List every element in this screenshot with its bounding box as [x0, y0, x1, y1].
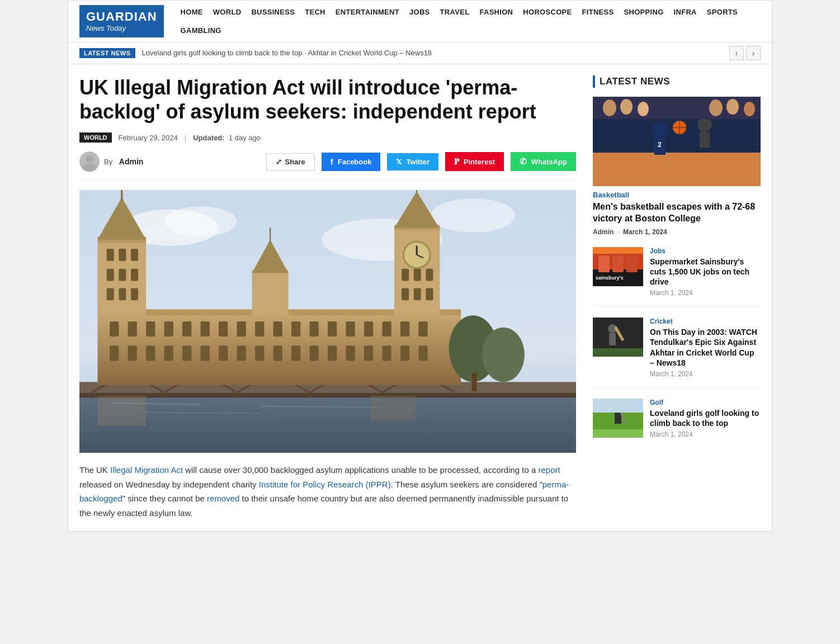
svg-rect-49 [400, 346, 409, 361]
latest-news-bar [593, 75, 595, 88]
svg-rect-114 [609, 333, 616, 345]
svg-rect-45 [328, 346, 337, 361]
ticker-label: LATEST NEWS [79, 48, 135, 58]
golf-category: Golf [650, 399, 761, 406]
svg-text:sainsbury's: sainsbury's [596, 275, 624, 281]
article-body: The UK Illegal Migration Act will cause … [79, 463, 576, 520]
svg-rect-74 [402, 269, 409, 281]
main-content: UK Illegal Migration Act will introduce … [68, 64, 772, 531]
cricket-text: Cricket On This Day in 2003: WATCH Tendu… [650, 318, 761, 378]
sainsburys-date: March 1, 2024 [650, 289, 761, 297]
svg-rect-30 [382, 321, 391, 337]
svg-point-102 [709, 100, 723, 116]
latest-news-header: LATEST NEWS [593, 75, 761, 88]
svg-rect-42 [273, 346, 282, 361]
svg-rect-33 [110, 346, 119, 361]
news-featured-category: Basketball [593, 191, 761, 199]
ticker-nav: ‹ › [729, 46, 761, 60]
svg-rect-62 [119, 288, 126, 301]
nav-item-world[interactable]: WORLD [213, 8, 242, 16]
share-button[interactable]: ⤢ Share [266, 153, 315, 171]
svg-rect-63 [131, 288, 138, 301]
svg-rect-35 [146, 346, 155, 361]
nav-item-tech[interactable]: TECH [305, 8, 325, 16]
sainsburys-text: Jobs Supermarket Sainsbury's cuts 1,500 … [650, 247, 761, 297]
nav-item-sports[interactable]: SPORTS [707, 8, 738, 16]
svg-rect-46 [346, 346, 355, 361]
svg-point-4 [164, 207, 237, 237]
svg-rect-111 [593, 247, 643, 254]
nav-item-entertainment[interactable]: ENTERTAINMENT [336, 8, 399, 16]
whatsapp-share-button[interactable]: ✆ WhatsApp [511, 152, 576, 171]
logo-bottom: News Today [86, 24, 157, 33]
svg-rect-56 [119, 249, 126, 261]
svg-rect-17 [146, 321, 155, 337]
author-name: Admin [119, 157, 144, 166]
svg-rect-47 [364, 346, 373, 361]
svg-rect-61 [107, 288, 114, 301]
twitter-icon: 𝕏 [396, 158, 402, 166]
svg-rect-20 [201, 321, 210, 337]
news-item-golf: Golf Loveland girls golf looking to clim… [593, 399, 761, 448]
pinterest-share-button[interactable]: 𝐏 Pinterest [445, 152, 504, 171]
latest-news-title: LATEST NEWS [600, 76, 670, 87]
facebook-icon: f [331, 157, 333, 167]
svg-rect-48 [382, 346, 391, 361]
svg-rect-59 [119, 269, 126, 281]
svg-rect-77 [402, 288, 409, 301]
logo[interactable]: GUARDIAN News Today [79, 5, 164, 37]
nav-item-horoscope[interactable]: HOROSCOPE [523, 8, 572, 16]
svg-rect-57 [131, 249, 138, 261]
golf-title[interactable]: Loveland girls golf looking to climb bac… [650, 408, 761, 428]
nav-item-gambling[interactable]: GAMBLING [181, 26, 221, 35]
svg-rect-91 [661, 138, 666, 152]
nav-item-travel[interactable]: TRAVEL [440, 8, 470, 16]
nav-item-fashion[interactable]: FASHION [479, 8, 513, 16]
svg-rect-107 [598, 255, 610, 272]
svg-rect-31 [400, 321, 409, 337]
ticker-prev-button[interactable]: ‹ [729, 46, 744, 60]
golf-date: March 1, 2024 [650, 430, 761, 438]
ticker-bar: LATEST NEWS Loveland girls golf looking … [68, 42, 772, 64]
nav-item-infra[interactable]: INFRA [674, 8, 697, 16]
svg-rect-19 [182, 321, 191, 337]
svg-rect-116 [593, 348, 643, 357]
news-featured-item: 2 [593, 97, 761, 236]
svg-rect-55 [107, 249, 114, 261]
news-featured-byline: Admin · March 1, 2024 [593, 228, 761, 236]
svg-rect-78 [414, 288, 421, 301]
svg-rect-34 [128, 346, 137, 361]
facebook-share-button[interactable]: f Facebook [322, 153, 381, 171]
svg-rect-108 [612, 255, 624, 272]
svg-rect-84 [97, 396, 146, 427]
svg-point-88 [652, 122, 668, 138]
svg-rect-75 [414, 269, 421, 281]
cricket-title[interactable]: On This Day in 2003: WATCH Tendulkar's E… [650, 327, 761, 368]
svg-rect-50 [418, 346, 427, 361]
svg-rect-44 [310, 346, 319, 361]
svg-rect-15 [110, 321, 119, 337]
category-badge[interactable]: WORLD [79, 132, 112, 143]
svg-rect-32 [418, 321, 427, 337]
svg-rect-41 [255, 346, 264, 361]
svg-rect-38 [201, 346, 210, 361]
svg-point-103 [726, 99, 739, 115]
sainsburys-image: sainsbury's [593, 247, 643, 286]
news-featured-title[interactable]: Men's basketball escapes with a 72-68 vi… [593, 201, 761, 225]
svg-point-96 [697, 117, 712, 132]
svg-rect-58 [107, 269, 114, 281]
svg-rect-119 [615, 413, 621, 424]
svg-point-101 [638, 102, 649, 116]
article-section: UK Illegal Migration Act will introduce … [79, 75, 576, 520]
nav-item-shopping[interactable]: SHOPPING [624, 8, 664, 16]
svg-rect-22 [237, 321, 246, 337]
nav-item-jobs[interactable]: JOBS [409, 8, 430, 16]
nav-item-bussiness[interactable]: BUSSINESS [251, 8, 295, 16]
svg-rect-76 [426, 269, 433, 281]
nav-item-home[interactable]: HOME [181, 8, 203, 16]
golf-image [593, 399, 643, 438]
nav-item-fitness[interactable]: FITNESS [582, 8, 614, 16]
ticker-next-button[interactable]: › [746, 46, 761, 60]
sainsburys-title[interactable]: Supermarket Sainsbury's cuts 1,500 UK jo… [650, 257, 761, 287]
twitter-share-button[interactable]: 𝕏 Twitter [387, 153, 438, 171]
